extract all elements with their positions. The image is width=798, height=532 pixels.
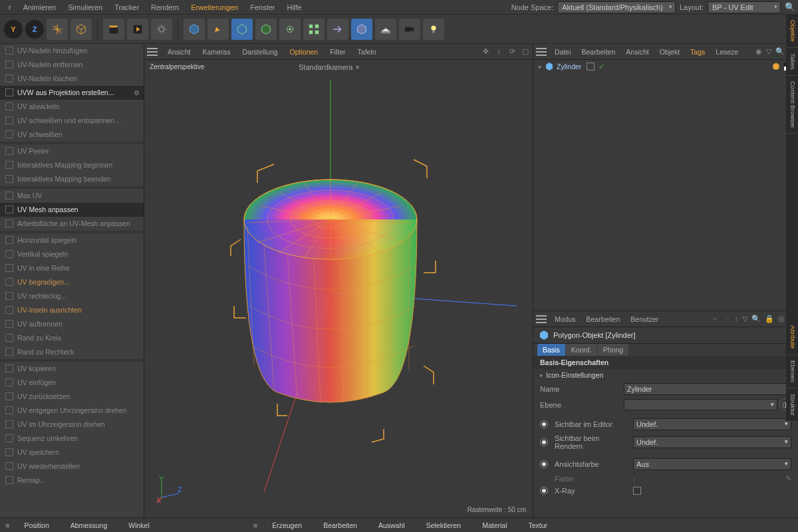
visibility-toggle[interactable] <box>587 63 595 70</box>
name-field[interactable] <box>624 383 791 395</box>
icon-settings-row[interactable]: Icon-Einstellungen <box>533 369 798 381</box>
vp-menu-item[interactable]: Filter <box>325 46 350 58</box>
menu-item[interactable]: Fenster <box>244 1 281 13</box>
phong-tag-icon[interactable] <box>771 62 781 71</box>
obj-menu-item[interactable]: Objekt <box>656 46 684 58</box>
uv-command-item[interactable]: Interaktives Mapping beenden <box>0 172 144 186</box>
cloner-icon[interactable] <box>303 19 325 40</box>
expand-tri-icon[interactable]: ▸ <box>539 63 542 70</box>
funnel-icon[interactable]: ▽ <box>741 315 748 323</box>
uv-command-item[interactable]: UV kopieren <box>0 362 144 376</box>
uv-command-item[interactable]: UV rechteckig... <box>0 289 144 303</box>
coord-tool[interactable] <box>47 19 68 40</box>
obj-menu-item[interactable]: Bearbeiten <box>578 46 620 58</box>
zoom-view-icon[interactable]: ↕ <box>494 47 503 57</box>
target-icon[interactable]: ◎ <box>777 315 785 323</box>
bottom-item[interactable]: Abmessung <box>60 521 118 529</box>
menu-item[interactable]: Hilfe <box>281 1 307 13</box>
menu-item[interactable]: Tracker <box>108 1 145 13</box>
clapboard-icon[interactable] <box>103 19 124 40</box>
uv-command-item[interactable]: UV einfügen <box>0 376 144 390</box>
uv-command-item[interactable]: Max UV <box>0 189 144 203</box>
tab-phong[interactable]: Phong <box>598 344 628 356</box>
sidetab-attribute[interactable]: Attribute <box>786 320 798 354</box>
obj-menu-item[interactable]: Leseze <box>712 46 742 58</box>
sidetab-struktur[interactable]: Struktur <box>786 388 798 422</box>
light-icon[interactable] <box>423 19 444 40</box>
menu-item[interactable]: Simulieren <box>62 1 108 13</box>
hamburger-icon[interactable] <box>147 48 158 56</box>
nav-back-icon[interactable]: ← <box>712 315 720 323</box>
uv-command-item[interactable]: UVW aus Projektion erstellen... <box>0 86 144 100</box>
sidetab-content[interactable]: Content Browser <box>786 76 798 134</box>
search-icon[interactable]: 🔍 <box>775 47 785 56</box>
hamburger-icon[interactable] <box>536 48 547 56</box>
search-icon[interactable]: 🔍 <box>785 2 795 12</box>
bottom-item[interactable]: Bearbeiten <box>313 521 368 529</box>
uv-command-item[interactable]: Horizontal spiegeln <box>0 233 144 247</box>
floor-icon[interactable] <box>375 19 396 40</box>
layout-dropdown[interactable]: BP - UV Edit <box>708 1 781 13</box>
eye-icon[interactable]: ◉ <box>755 47 763 56</box>
move-view-icon[interactable]: ✥ <box>481 47 490 57</box>
uv-command-item[interactable]: Sequenz umkehren <box>0 432 144 446</box>
bottom-item[interactable]: Position <box>13 521 59 529</box>
uv-command-item[interactable]: UV auftrennen <box>0 317 144 331</box>
uv-command-item[interactable]: Remap... <box>0 473 144 487</box>
vis-render-dropdown[interactable]: Undef. <box>633 436 791 448</box>
vp-menu-item[interactable]: Tafeln <box>353 46 381 58</box>
vp-menu-item[interactable]: Darstellung <box>237 46 282 58</box>
xray-checkbox[interactable] <box>633 487 641 495</box>
pen-tool-icon[interactable] <box>207 19 229 40</box>
gear-icon[interactable] <box>151 19 172 40</box>
uv-command-item[interactable]: UV entgegen Uhrzeigersinn drehen <box>0 404 144 418</box>
display-color-dropdown[interactable]: Aus <box>633 458 791 470</box>
bottom-item[interactable]: Material <box>471 521 517 529</box>
radio-icon[interactable] <box>540 487 548 495</box>
nodespace-dropdown[interactable]: Aktuell (Standard/Physikalisch) <box>557 1 676 13</box>
uv-command-item[interactable]: Arbeitsfläche an UV-Mesh anpassen <box>0 217 144 231</box>
uv-command-item[interactable]: UV-Nadeln hinzufügen <box>0 44 144 58</box>
cube-primitive-icon[interactable] <box>184 19 205 40</box>
menu-item[interactable]: Erweiterungen <box>185 1 244 13</box>
uv-command-item[interactable]: Rand zu Kreis <box>0 331 144 345</box>
uv-command-item[interactable]: UV zurücksetzen <box>0 390 144 404</box>
arrow-tool-icon[interactable] <box>327 19 348 40</box>
attr-menu-item[interactable]: Modus <box>551 313 580 325</box>
filter-icon[interactable]: ▽ <box>765 47 772 56</box>
obj-menu-item[interactable]: Tags <box>686 46 709 58</box>
vp-menu-item[interactable]: Kameras <box>198 46 235 58</box>
uv-command-item[interactable]: UV-Nadeln entfernen <box>0 58 144 72</box>
nav-up-icon[interactable]: ↑ <box>734 315 739 323</box>
menu-item[interactable]: r <box>3 1 17 13</box>
lock-icon[interactable]: 🔒 <box>764 315 775 323</box>
menu-item[interactable]: Rendern <box>145 1 185 13</box>
generator-icon[interactable] <box>255 19 277 40</box>
radio-icon[interactable] <box>540 438 548 446</box>
colorpicker-icon[interactable]: ✎ <box>785 474 791 483</box>
obj-menu-item[interactable]: Datei <box>551 46 575 58</box>
vp-menu-item[interactable]: Ansicht <box>163 46 195 58</box>
vp-menu-item[interactable]: Optionen <box>285 46 323 58</box>
radio-icon[interactable] <box>540 460 548 468</box>
object-name[interactable]: Zylinder <box>557 63 581 70</box>
uv-command-item[interactable]: UV Mesh anpassen <box>0 203 144 217</box>
sidetab-takes[interactable]: Takes <box>786 48 798 76</box>
bottom-item[interactable]: Erzeugen <box>261 521 313 529</box>
obj-menu-item[interactable]: Ansicht <box>622 46 652 58</box>
uv-command-item[interactable]: Interaktives Mapping beginnen <box>0 158 144 172</box>
field-icon[interactable] <box>279 19 301 40</box>
uv-command-item[interactable]: UV-Nadeln löschen <box>0 72 144 86</box>
axis-z-button[interactable]: Z <box>25 20 44 39</box>
deformer-icon[interactable] <box>231 19 253 40</box>
hamburger-icon[interactable]: ≡ <box>253 521 257 529</box>
camera-icon[interactable] <box>399 19 420 40</box>
radio-icon[interactable] <box>540 420 548 428</box>
enable-dot-icon[interactable]: ✓ <box>598 63 604 71</box>
uv-command-item[interactable]: Vertikal spiegeln <box>0 247 144 261</box>
uv-command-item[interactable]: UV Peeler <box>0 144 144 158</box>
bottom-item[interactable]: Auswahl <box>368 521 416 529</box>
layer-dropdown[interactable] <box>624 399 777 410</box>
uv-command-item[interactable]: UV wiederherstellen <box>0 460 144 473</box>
tab-basis[interactable]: Basis <box>537 344 565 356</box>
